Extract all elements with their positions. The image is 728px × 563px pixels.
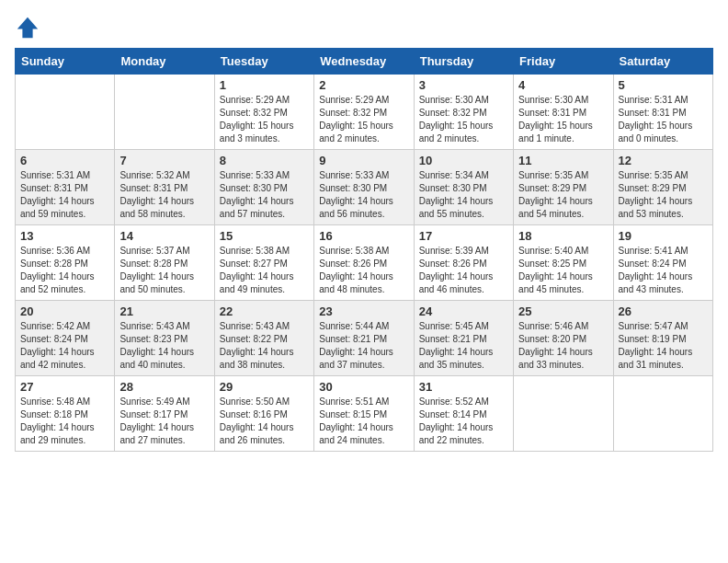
day-number: 10 xyxy=(419,154,508,167)
day-number: 14 xyxy=(119,229,209,243)
day-number: 29 xyxy=(220,380,309,394)
day-info: Sunrise: 5:45 AMSunset: 8:21 PMDaylight:… xyxy=(419,320,508,372)
day-info: Sunrise: 5:48 AMSunset: 8:18 PMDaylight:… xyxy=(20,396,109,447)
day-number: 28 xyxy=(119,380,209,394)
calendar-week-row: 27Sunrise: 5:48 AMSunset: 8:18 PMDayligh… xyxy=(16,376,713,452)
calendar-cell: 17Sunrise: 5:39 AMSunset: 8:26 PMDayligh… xyxy=(414,225,513,301)
day-info: Sunrise: 5:51 AMSunset: 8:15 PMDaylight:… xyxy=(319,396,408,447)
day-number: 22 xyxy=(220,304,309,318)
day-info: Sunrise: 5:29 AMSunset: 8:32 PMDaylight:… xyxy=(220,94,309,145)
day-info: Sunrise: 5:29 AMSunset: 8:32 PMDaylight:… xyxy=(319,94,408,145)
day-info: Sunrise: 5:41 AMSunset: 8:24 PMDaylight:… xyxy=(619,245,708,296)
day-info: Sunrise: 5:32 AMSunset: 8:31 PMDaylight:… xyxy=(119,169,209,221)
weekday-header: Wednesday xyxy=(314,49,414,75)
calendar-cell: 12Sunrise: 5:35 AMSunset: 8:29 PMDayligh… xyxy=(613,150,712,225)
day-info: Sunrise: 5:39 AMSunset: 8:26 PMDaylight:… xyxy=(419,245,508,296)
calendar-cell: 26Sunrise: 5:47 AMSunset: 8:19 PMDayligh… xyxy=(613,301,712,376)
calendar-cell: 16Sunrise: 5:38 AMSunset: 8:26 PMDayligh… xyxy=(314,225,414,301)
calendar-cell: 29Sunrise: 5:50 AMSunset: 8:16 PMDayligh… xyxy=(214,376,313,452)
calendar-cell xyxy=(16,75,115,150)
day-number: 8 xyxy=(220,154,309,167)
day-info: Sunrise: 5:44 AMSunset: 8:21 PMDaylight:… xyxy=(319,320,408,372)
calendar-week-row: 13Sunrise: 5:36 AMSunset: 8:28 PMDayligh… xyxy=(16,225,713,301)
calendar-cell: 10Sunrise: 5:34 AMSunset: 8:30 PMDayligh… xyxy=(414,150,513,225)
calendar-week-row: 1Sunrise: 5:29 AMSunset: 8:32 PMDaylight… xyxy=(16,75,713,150)
logo-icon xyxy=(15,15,40,40)
day-info: Sunrise: 5:52 AMSunset: 8:14 PMDaylight:… xyxy=(419,396,508,447)
day-number: 24 xyxy=(419,304,508,318)
day-number: 20 xyxy=(20,304,109,318)
day-number: 30 xyxy=(319,380,408,394)
day-info: Sunrise: 5:46 AMSunset: 8:20 PMDaylight:… xyxy=(518,320,608,372)
calendar-cell: 27Sunrise: 5:48 AMSunset: 8:18 PMDayligh… xyxy=(16,376,115,452)
day-info: Sunrise: 5:40 AMSunset: 8:25 PMDaylight:… xyxy=(518,245,608,296)
day-number: 27 xyxy=(20,380,109,394)
calendar-cell: 18Sunrise: 5:40 AMSunset: 8:25 PMDayligh… xyxy=(514,225,613,301)
day-info: Sunrise: 5:42 AMSunset: 8:24 PMDaylight:… xyxy=(20,320,109,372)
calendar-cell: 20Sunrise: 5:42 AMSunset: 8:24 PMDayligh… xyxy=(16,301,115,376)
day-number: 5 xyxy=(619,78,708,92)
day-info: Sunrise: 5:33 AMSunset: 8:30 PMDaylight:… xyxy=(319,169,408,221)
day-info: Sunrise: 5:35 AMSunset: 8:29 PMDaylight:… xyxy=(518,169,608,221)
calendar-header-row: SundayMondayTuesdayWednesdayThursdayFrid… xyxy=(16,49,713,75)
day-number: 2 xyxy=(319,78,408,92)
day-info: Sunrise: 5:30 AMSunset: 8:32 PMDaylight:… xyxy=(419,94,508,145)
day-number: 16 xyxy=(319,229,408,243)
day-number: 25 xyxy=(518,304,608,318)
day-info: Sunrise: 5:37 AMSunset: 8:28 PMDaylight:… xyxy=(119,245,209,296)
calendar-cell: 19Sunrise: 5:41 AMSunset: 8:24 PMDayligh… xyxy=(613,225,712,301)
calendar-cell: 1Sunrise: 5:29 AMSunset: 8:32 PMDaylight… xyxy=(214,75,313,150)
day-number: 7 xyxy=(119,154,209,167)
day-info: Sunrise: 5:36 AMSunset: 8:28 PMDaylight:… xyxy=(20,245,109,296)
page-header xyxy=(15,15,713,40)
calendar-cell: 4Sunrise: 5:30 AMSunset: 8:31 PMDaylight… xyxy=(514,75,613,150)
day-info: Sunrise: 5:31 AMSunset: 8:31 PMDaylight:… xyxy=(619,94,708,145)
day-info: Sunrise: 5:35 AMSunset: 8:29 PMDaylight:… xyxy=(619,169,708,221)
logo xyxy=(15,15,44,40)
weekday-header: Saturday xyxy=(613,49,712,75)
day-number: 11 xyxy=(518,154,608,167)
day-number: 19 xyxy=(619,229,708,243)
calendar-cell: 15Sunrise: 5:38 AMSunset: 8:27 PMDayligh… xyxy=(214,225,313,301)
weekday-header: Monday xyxy=(115,49,214,75)
calendar-cell: 7Sunrise: 5:32 AMSunset: 8:31 PMDaylight… xyxy=(115,150,214,225)
weekday-header: Sunday xyxy=(16,49,115,75)
calendar-table: SundayMondayTuesdayWednesdayThursdayFrid… xyxy=(15,48,713,452)
calendar-cell xyxy=(514,376,613,452)
day-info: Sunrise: 5:38 AMSunset: 8:26 PMDaylight:… xyxy=(319,245,408,296)
day-number: 31 xyxy=(419,380,508,394)
calendar-cell: 6Sunrise: 5:31 AMSunset: 8:31 PMDaylight… xyxy=(16,150,115,225)
calendar-cell: 24Sunrise: 5:45 AMSunset: 8:21 PMDayligh… xyxy=(414,301,513,376)
day-number: 13 xyxy=(20,229,109,243)
day-number: 3 xyxy=(419,78,508,92)
calendar-cell: 30Sunrise: 5:51 AMSunset: 8:15 PMDayligh… xyxy=(314,376,414,452)
calendar-cell: 9Sunrise: 5:33 AMSunset: 8:30 PMDaylight… xyxy=(314,150,414,225)
weekday-header: Friday xyxy=(514,49,613,75)
day-info: Sunrise: 5:31 AMSunset: 8:31 PMDaylight:… xyxy=(20,169,109,221)
day-number: 17 xyxy=(419,229,508,243)
day-info: Sunrise: 5:34 AMSunset: 8:30 PMDaylight:… xyxy=(419,169,508,221)
day-number: 6 xyxy=(20,154,109,167)
calendar-cell: 23Sunrise: 5:44 AMSunset: 8:21 PMDayligh… xyxy=(314,301,414,376)
calendar-cell: 11Sunrise: 5:35 AMSunset: 8:29 PMDayligh… xyxy=(514,150,613,225)
day-number: 26 xyxy=(619,304,708,318)
calendar-cell: 31Sunrise: 5:52 AMSunset: 8:14 PMDayligh… xyxy=(414,376,513,452)
day-info: Sunrise: 5:43 AMSunset: 8:23 PMDaylight:… xyxy=(119,320,209,372)
day-number: 1 xyxy=(220,78,309,92)
calendar-week-row: 6Sunrise: 5:31 AMSunset: 8:31 PMDaylight… xyxy=(16,150,713,225)
day-number: 21 xyxy=(119,304,209,318)
day-info: Sunrise: 5:50 AMSunset: 8:16 PMDaylight:… xyxy=(220,396,309,447)
day-info: Sunrise: 5:33 AMSunset: 8:30 PMDaylight:… xyxy=(220,169,309,221)
day-info: Sunrise: 5:43 AMSunset: 8:22 PMDaylight:… xyxy=(220,320,309,372)
day-number: 23 xyxy=(319,304,408,318)
day-info: Sunrise: 5:38 AMSunset: 8:27 PMDaylight:… xyxy=(220,245,309,296)
day-number: 9 xyxy=(319,154,408,167)
calendar-cell: 2Sunrise: 5:29 AMSunset: 8:32 PMDaylight… xyxy=(314,75,414,150)
calendar-cell: 5Sunrise: 5:31 AMSunset: 8:31 PMDaylight… xyxy=(613,75,712,150)
day-number: 4 xyxy=(518,78,608,92)
day-number: 15 xyxy=(220,229,309,243)
weekday-header: Thursday xyxy=(414,49,513,75)
calendar-cell: 14Sunrise: 5:37 AMSunset: 8:28 PMDayligh… xyxy=(115,225,214,301)
day-info: Sunrise: 5:47 AMSunset: 8:19 PMDaylight:… xyxy=(619,320,708,372)
calendar-cell: 21Sunrise: 5:43 AMSunset: 8:23 PMDayligh… xyxy=(115,301,214,376)
